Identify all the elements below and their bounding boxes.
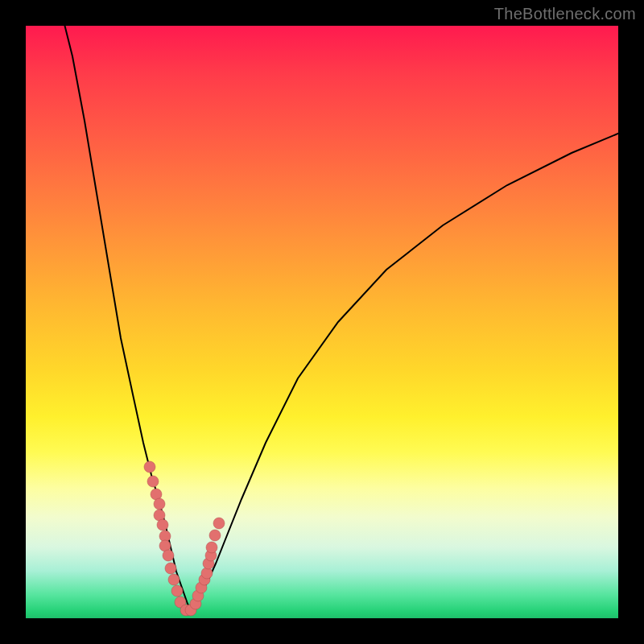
scatter-dot (171, 585, 183, 597)
scatter-dot (157, 519, 168, 530)
scatter-dot (154, 498, 165, 510)
scatter-dot (147, 476, 159, 487)
scatter-dot (165, 563, 176, 574)
scatter-dot (163, 550, 174, 561)
scatter-dot (201, 568, 213, 579)
scatter-dot (209, 530, 221, 541)
scatter-dot (168, 574, 180, 585)
scatter-dot (206, 542, 217, 553)
watermark-text: TheBottleneck.com (494, 5, 636, 23)
curve-left-branch (64, 24, 192, 612)
scatter-dot (144, 461, 155, 473)
bottleneck-curve-svg (24, 24, 620, 620)
curve-right-branch (192, 133, 620, 612)
scatter-dot (213, 518, 225, 529)
